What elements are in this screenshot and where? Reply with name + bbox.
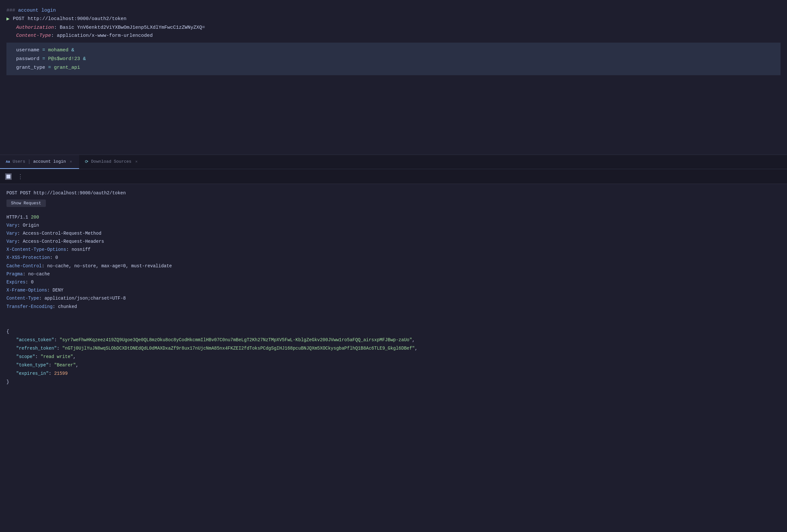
json-open-brace: { [6,328,781,336]
content-type-header-value: application/x-www-form-urlencoded [57,33,153,38]
body-password: password = P@s$word!23 & [16,55,771,63]
content-type-header-key: Content-Type [16,33,51,38]
body-username: username = mohamed & [16,46,771,55]
x-frame-options: X-Frame-Options: DENY [6,286,781,294]
comment-line: ### account login [6,6,781,15]
content-type-header-line: Content-Type: application/x-www-form-url… [6,31,781,40]
auth-header-key: Authorization [16,25,54,30]
xxss: X-XSS-Protection: 0 [6,254,781,262]
auth-header-line: Authorization: Basic YnV6enktd2ViYXBwOmJ… [6,24,781,32]
cache-control: Cache-Control: no-cache, no-store, max-a… [6,262,781,270]
json-token-type: "token_type": "Bearer", [6,361,781,370]
tab-label-download-sources: Download Sources [91,159,131,164]
tab-bar: Aa Users | account login ✕ ⟳ Download So… [0,155,787,169]
http-status-code: 200 [31,215,39,220]
stop-button[interactable] [5,173,12,180]
json-access-token: "access_token": "syr7weFhwHKqzeez419ZQ9U… [6,336,781,344]
comment-keyword: account login [18,8,56,13]
play-icon[interactable]: ▶ [6,15,10,24]
http-url[interactable]: http://localhost:9000/oauth2/token [28,15,127,23]
tab-download-sources[interactable]: ⟳ Download Sources ✕ [79,155,145,169]
http-status-line: HTTP/1.1 200 [6,213,781,221]
pragma: Pragma: no-cache [6,270,781,278]
empty-line-1 [6,315,781,323]
body-grant-type: grant_type = grant_api [16,63,771,72]
json-scope: "scope": "read write", [6,353,781,361]
response-request-line: POST POST http://localhost:9000/oauth2/t… [6,189,781,197]
json-refresh-token: "refresh_token": "nGTj0UjlYuJN8wqSLObDCX… [6,344,781,353]
response-toolbar: ⋮ [0,169,787,184]
tab-label-account-login: account login [33,159,66,164]
tab-label-users: Users [13,159,25,164]
editor-panel: ### account login ▶ POST http://localhos… [0,0,787,155]
vary-origin: Vary: Origin [6,221,781,230]
xcto: X-Content-Type-Options: nosniff [6,246,781,254]
transfer-encoding: Transfer-Encoding: chunked [6,303,781,311]
tab-icon-account-login: Aa [6,160,10,164]
stop-icon [6,175,10,178]
response-content: POST POST http://localhost:9000/oauth2/t… [0,184,787,391]
tab-icon-download-sources: ⟳ [85,159,88,164]
response-panel: ⋮ POST POST http://localhost:9000/oauth2… [0,169,787,532]
json-close-brace: } [6,378,781,386]
http-version: HTTP/1.1 [6,215,31,220]
vary-acr-method: Vary: Access-Control-Request-Method [6,230,781,238]
response-method: POST [6,190,20,196]
request-body: username = mohamed & password = P@s$word… [6,43,781,75]
json-expires-in: "expires_in": 21599 [6,370,781,378]
tab-separator: | [28,159,30,164]
json-response-body: { "access_token": "syr7weFhwHKqzeez419ZQ… [6,328,781,386]
response-url: POST http://localhost:9000/oauth2/token [20,190,126,196]
auth-header-value: Basic YnV6enktd2ViYXBwOmJ1enp5LXdlYmFwcC… [60,25,205,30]
expires: Expires: 0 [6,278,781,286]
response-headers: HTTP/1.1 200 Vary: Origin Vary: Access-C… [6,213,781,311]
comment-hash: ### [6,8,18,13]
content-type: Content-Type: application/json;charset=U… [6,294,781,302]
tab-close-download-sources[interactable]: ✕ [134,158,139,165]
tab-close-account-login[interactable]: ✕ [68,158,73,165]
tab-account-login[interactable]: Aa Users | account login ✕ [0,155,79,169]
http-method: POST [13,15,24,23]
more-button[interactable]: ⋮ [16,173,26,180]
show-request-button[interactable]: Show Request [6,199,46,207]
vary-acr-headers: Vary: Access-Control-Request-Headers [6,238,781,246]
post-line: ▶ POST http://localhost:9000/oauth2/toke… [6,15,781,24]
